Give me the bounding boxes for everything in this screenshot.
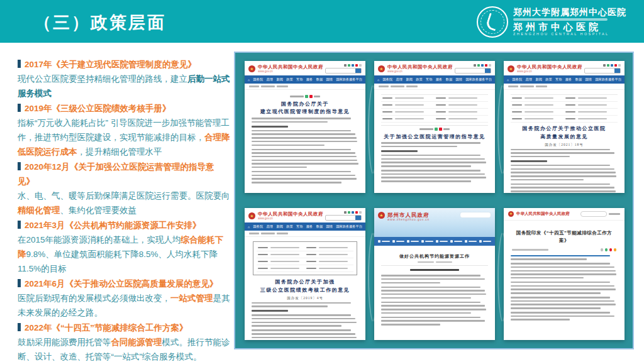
metadata-cell — [435, 95, 488, 102]
paragraph-placeholder — [252, 118, 358, 123]
text-line-placeholder — [381, 275, 480, 277]
metadata-value — [270, 261, 299, 263]
document-screenshot: ★中华人民共和国中央人民政府www.gov.cn⌂国务院总理新闻政策互动服务数据… — [374, 61, 495, 193]
policy-body-segment: 医院后勤现有的发展模式必须做出改变， — [18, 293, 170, 303]
text-line-placeholder — [511, 149, 610, 151]
mini-icon — [352, 64, 354, 67]
home-icon: ⌂ — [248, 78, 250, 82]
share-icon — [614, 248, 617, 251]
hospital-emblem-icon — [477, 6, 508, 38]
header-links-icons — [344, 64, 362, 67]
nav-item: 数据 — [575, 77, 582, 82]
document-screenshot: ★郑州市人民政府www.zhengzhou.gov.cn做好公共机构节约能源资源… — [374, 208, 495, 340]
metadata-cell — [511, 95, 564, 102]
text-line-placeholder — [511, 152, 614, 154]
nav-item-label-placeholder — [440, 241, 448, 243]
metadata-label — [258, 261, 268, 263]
text-line-placeholder — [252, 121, 328, 123]
breadcrumb-segment — [406, 85, 418, 87]
policy-body-segment: 精细化管理 — [18, 206, 60, 215]
text-line-placeholder — [252, 305, 328, 307]
paragraph-placeholder — [381, 287, 488, 299]
policy-heading-text: 2017年《关于建立现代医院管理制度的意见》 — [25, 60, 196, 69]
text-line-placeholder — [381, 305, 485, 307]
meta-placeholder — [436, 261, 452, 263]
nav-item — [479, 240, 491, 243]
text-line-placeholder — [511, 266, 614, 268]
metadata-cell — [564, 116, 618, 123]
site-nav: ⌂国务院总理新闻政策互动服务数据国情国家政务服务平台 — [504, 75, 625, 84]
metadata-label — [512, 104, 522, 106]
nav-item-icon — [479, 240, 482, 243]
document-title-line: 国务院办公厅关于 — [252, 101, 358, 109]
mini-icon — [474, 64, 476, 67]
text-line-placeholder — [381, 180, 471, 182]
document-title-line: 三级公立医院绩效考核工作的意见 — [252, 287, 358, 295]
policy-body-segment: 、集约化管理要效益 — [60, 206, 137, 215]
nav-item: 服务 — [436, 77, 442, 82]
text-line-placeholder — [381, 312, 471, 314]
header-links-icons — [344, 211, 362, 214]
metadata-cell — [511, 116, 564, 123]
site-url: www.gov.cn — [517, 70, 582, 73]
policy-heading: 2021年6月《关于推动公立医院高质量发展的意见》 — [18, 277, 230, 291]
weibo-icon — [309, 95, 313, 98]
mini-icon — [611, 64, 613, 67]
text-line-placeholder — [252, 171, 351, 173]
breadcrumb — [374, 84, 495, 90]
nav-item — [378, 240, 390, 243]
breadcrumb-segment — [277, 85, 288, 87]
metadata-cell — [257, 258, 305, 265]
text-line-placeholder — [252, 145, 325, 146]
document-content: 做好公共机构节约能源资源工作 — [374, 246, 495, 340]
section-heading-placeholder — [252, 310, 288, 312]
text-line-placeholder — [252, 137, 357, 139]
metadata-cell — [564, 102, 618, 109]
nav-item-label-placeholder — [411, 241, 419, 243]
policy-heading: 2022年《“十四五”节能减排综合工作方案》 — [18, 321, 230, 335]
mini-icon — [359, 211, 362, 214]
text-line-placeholder — [252, 329, 351, 331]
share-text-placeholder — [443, 128, 450, 130]
mini-icon — [359, 64, 362, 67]
text-line-placeholder — [511, 300, 614, 302]
text-line-placeholder — [252, 118, 351, 119]
metadata-label — [436, 111, 446, 113]
text-line-placeholder — [381, 320, 485, 322]
document-page: ★中华人民共和国中央人民政府www.gov.cn⌂国务院总理新闻政策互动服务数据… — [245, 61, 365, 193]
breadcrumb-segment — [391, 85, 404, 87]
nav-item: 互动 — [296, 224, 303, 229]
documents-panel: ★中华人民共和国中央人民政府www.gov.cn⌂国务院总理新闻政策互动服务数据… — [234, 52, 634, 349]
document-title: 关于加强公立医院运营管理的指导意见 — [381, 133, 488, 141]
paragraph-placeholder — [381, 302, 488, 314]
nav-item-icon — [436, 240, 438, 243]
document-screenshot: ★中华人民共和国中央人民政府国务院印发《“十四五”节能减排综合工作方案》 — [504, 208, 625, 340]
text-line-placeholder — [381, 309, 486, 310]
heading-bar-icon — [18, 323, 21, 331]
share-text-placeholder — [419, 128, 433, 130]
nav-item — [465, 240, 477, 243]
text-line-placeholder — [381, 173, 485, 175]
site-header: ★中华人民共和国中央人民政府www.gov.cn — [245, 61, 365, 75]
hospital-name-line1: 郑州大学附属郑州中心医院 — [513, 8, 626, 17]
hospital-name-line2-en: ZHENGZHOU CENTRAL HOSPITAL — [513, 33, 626, 36]
metadata-value — [319, 268, 348, 270]
nav-item: 国务院 — [383, 77, 393, 82]
metadata-value — [270, 247, 299, 249]
divider — [381, 125, 488, 126]
site-header: ★中华人民共和国中央人民政府www.gov.cn — [374, 61, 495, 75]
text-line-placeholder — [252, 314, 351, 316]
article-meta — [512, 248, 616, 251]
national-emblem-icon: ★ — [508, 211, 514, 217]
nav-item: 国情 — [326, 77, 333, 82]
mini-icon — [477, 64, 480, 67]
document-screenshot: ★中华人民共和国中央人民政府www.gov.cn⌂国务院总理新闻政策互动服务数据… — [245, 61, 365, 193]
text-line-placeholder — [252, 175, 355, 177]
metadata-label — [306, 268, 316, 270]
metadata-cell — [257, 265, 305, 272]
policy-heading-text: 2021年3月《公共机构节约能源资源工作安排》 — [25, 221, 201, 230]
document-content: 国务院办公厅关于推动公立医院高质量发展的意见国办发〔2021〕18号 — [504, 90, 625, 193]
document-number: 国办发〔2019〕4号 — [252, 296, 358, 300]
text-line-placeholder — [511, 288, 616, 290]
metadata-cell — [257, 244, 305, 251]
